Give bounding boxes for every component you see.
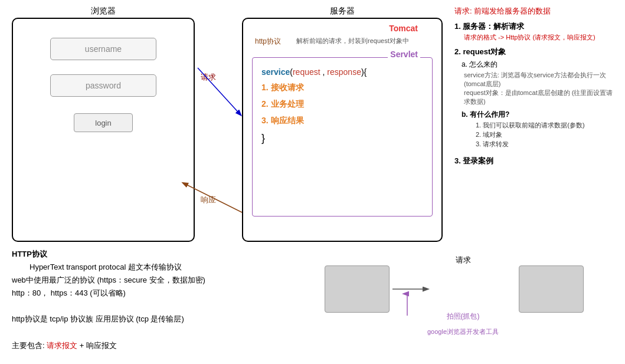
s2a-line1: service方法: 浏览器每次service方法都会执行一次 (tomcat底…	[464, 71, 619, 88]
step2-label: 2. 业务处理	[261, 99, 423, 110]
parse-label: 解析前端的请求，封装到request对象中	[296, 37, 409, 45]
http-line5-mid: +	[77, 341, 86, 350]
browser-label: 浏览器	[91, 6, 116, 17]
username-field[interactable]: username	[50, 38, 156, 60]
param-response: response	[327, 67, 361, 77]
s1-sub: 请求的格式 -> Http协议 (请求报文，响应报文)	[464, 33, 619, 42]
s2b-item3: 3. 请求转发	[476, 140, 619, 149]
tomcat-label: Tomcat	[389, 24, 418, 33]
http-response-report: 响应报文	[86, 341, 117, 350]
diagram-box-right	[519, 265, 584, 313]
http-line4: http协议是 tcp/ip 协议族 应用层协议 (tcp 是传输层)	[12, 313, 295, 326]
http-info: HTTP协议 HyperText transport protocal 超文本传…	[12, 248, 295, 352]
login-button[interactable]: login	[74, 113, 133, 132]
request-label: 请求	[201, 72, 216, 83]
closing-brace: }	[261, 132, 423, 145]
password-field[interactable]: password	[50, 74, 156, 97]
bottom-diagram: 请求 拍照(抓包) google浏览器开发者工具	[313, 248, 613, 342]
http-request-report-link[interactable]: 请求报文	[47, 341, 77, 350]
http-line5: 主要包含: 请求报文 + 响应报文	[12, 339, 295, 352]
camera-label: 拍照(抓包)	[447, 311, 480, 322]
s2-heading: 2. request对象	[454, 47, 619, 57]
top-section: 浏览器 username password login 请求 响应 服务器	[0, 0, 625, 242]
s2a-line2: request对象：是由tomcat底层创建的 (往里面设置请求数据)	[464, 88, 619, 106]
s1-heading: 1. 服务器：解析请求	[454, 21, 619, 32]
servlet-box: Servlet service(request , response){ 1. …	[252, 57, 433, 217]
s2b-item2: 2. 域对象	[476, 130, 619, 139]
http-line3: http：80， https：443 (可以省略)	[12, 287, 295, 300]
service-keyword: service	[261, 67, 290, 77]
s2b-list: 1. 我们可以获取前端的请求数据(参数) 2. 域对象 3. 请求转发	[476, 121, 619, 149]
s2b-heading: b. 有什么作用?	[462, 110, 619, 120]
server-box: 服务器 Tomcat http协议 解析前端的请求，封装到request对象中 …	[242, 18, 443, 242]
diagram-request-label: 请求	[456, 255, 471, 265]
browser-box: 浏览器 username password login 请求 响应	[12, 18, 195, 242]
http-protocol-label: http协议	[255, 37, 281, 47]
server-label: 服务器	[330, 6, 355, 17]
s2a-heading: a. 怎么来的	[462, 60, 619, 70]
right-panel: 请求: 前端发给服务器的数据 1. 服务器：解析请求 请求的格式 -> Http…	[443, 0, 625, 242]
bottom-section: HTTP协议 HyperText transport protocal 超文本传…	[0, 242, 625, 352]
response-label: 响应	[201, 195, 216, 205]
step1-label: 1. 接收请求	[261, 83, 423, 93]
http-title: HTTP协议	[12, 248, 295, 261]
http-line5-pre: 主要包含:	[12, 341, 47, 350]
right-panel-title: 请求: 前端发给服务器的数据	[454, 6, 619, 17]
param-request: request	[293, 67, 320, 77]
service-signature: service(request , response){	[261, 67, 423, 77]
s2b-intro: 1. 我们可以获取前端的请求数据(参数) 2. 域对象 3. 请求转发	[464, 121, 619, 149]
s3-heading: 3. 登录案例	[454, 156, 619, 166]
google-label: google浏览器开发者工具	[427, 327, 499, 336]
servlet-label: Servlet	[388, 50, 420, 59]
s2b-item1: 1. 我们可以获取前端的请求数据(参数)	[476, 121, 619, 130]
http-line2: web中使用最广泛的协议 (https：secure 安全，数据加密)	[12, 274, 295, 287]
step3-label: 3. 响应结果	[261, 116, 423, 126]
http-line1: HyperText transport protocal 超文本传输协议	[12, 261, 295, 274]
